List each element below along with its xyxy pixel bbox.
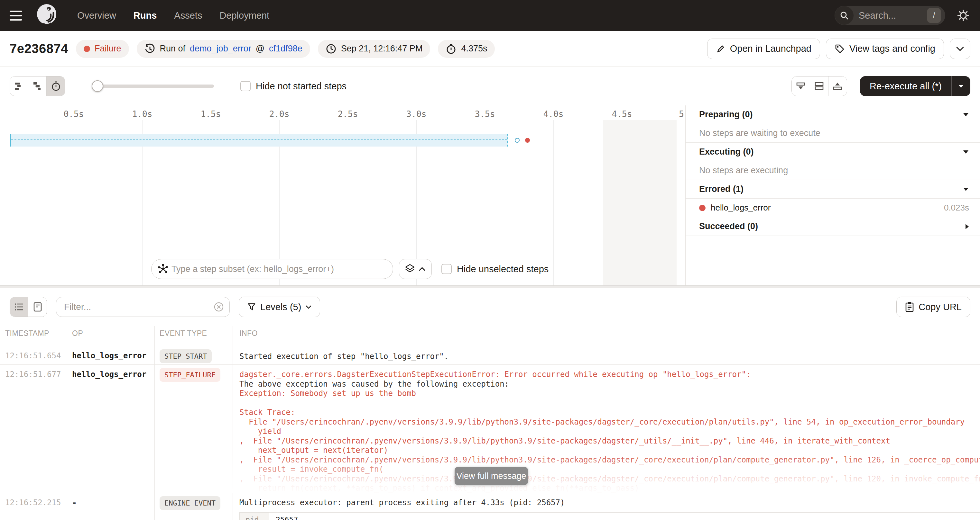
nav-link-deployment[interactable]: Deployment (220, 10, 269, 21)
search-shortcut-badge: / (927, 8, 941, 23)
zoom-slider[interactable] (92, 80, 214, 92)
nav-link-overview[interactable]: Overview (77, 10, 116, 21)
error-line: Stack Trace: (239, 408, 980, 417)
gantt-shaded-band (603, 120, 677, 285)
log-timestamp: 12:16:51.654 (0, 346, 67, 365)
step-subset-input[interactable] (151, 259, 393, 279)
chevron-down-icon (963, 187, 969, 191)
job-name-link[interactable]: demo_job_error (190, 44, 251, 54)
gantt-toolbar: Hide not started steps Re-execute all (*… (0, 67, 980, 105)
event-marker-circle[interactable] (515, 138, 520, 143)
table-view-button[interactable] (10, 297, 28, 317)
step-duration: 0.023s (944, 203, 969, 213)
log-row-engine-event[interactable]: 12:16:52.215 - ENGINE_EVENT Multiprocess… (0, 493, 980, 520)
gear-icon[interactable] (956, 8, 970, 22)
error-line: yield (239, 427, 980, 436)
hide-unselected-row: Hide unselected steps (441, 264, 549, 274)
reexecute-all-button[interactable]: Re-execute all (*) (860, 76, 970, 96)
section-divider[interactable] (0, 285, 980, 288)
raw-view-button[interactable] (28, 297, 47, 317)
search-input[interactable] (858, 10, 927, 21)
run-header: 7e236874 Failure Run of demo_job_error @… (0, 31, 980, 67)
nav-links: Overview Runs Assets Deployment (77, 10, 269, 21)
nav-link-runs[interactable]: Runs (134, 10, 157, 21)
levels-dropdown-button[interactable]: Levels (5) (239, 296, 320, 317)
duration-pill: 4.375s (438, 40, 495, 58)
log-op: - (67, 493, 154, 520)
error-line (239, 398, 980, 408)
view-full-message-button[interactable]: View full message (455, 467, 528, 485)
log-filter-input[interactable] (56, 297, 230, 317)
reexecute-dropdown-button[interactable] (951, 76, 970, 96)
errored-step-row[interactable]: hello_logs_error 0.023s (686, 199, 980, 217)
hide-unselected-checkbox[interactable] (441, 264, 452, 274)
chevron-down-icon (963, 113, 969, 117)
step-subset-row: Hide unselected steps (151, 259, 549, 279)
open-in-launchpad-button[interactable]: Open in Launchpad (707, 38, 820, 59)
panel-section-succeeded[interactable]: Succeeded (0) (686, 217, 980, 236)
copy-url-button[interactable]: Copy URL (896, 296, 970, 317)
tag-icon (835, 44, 845, 54)
error-line: result = invoke_compute_fn( (239, 465, 980, 474)
event-type-badge: ENGINE_EVENT (159, 496, 220, 510)
panel-section-errored[interactable]: Errored (1) (686, 180, 980, 199)
log-op: hello_logs_error (67, 346, 154, 365)
hamburger-menu-icon[interactable] (10, 11, 24, 21)
pencil-icon (716, 44, 725, 54)
event-type-badge: STEP_FAILURE (159, 368, 220, 382)
log-row-step-start[interactable]: 12:16:51.654 hello_logs_error STEP_START… (0, 346, 980, 365)
timer-view-button[interactable] (47, 76, 65, 96)
step-status-panel: Preparing (0) No steps are waiting to ex… (685, 105, 980, 285)
flat-view-button[interactable] (10, 76, 28, 96)
view-tags-config-button[interactable]: View tags and config (826, 38, 944, 59)
axis-tick: 1.5s (201, 109, 221, 119)
col-header-event-type: EVENT TYPE (154, 329, 232, 338)
hide-not-started-row: Hide not started steps (240, 81, 347, 92)
search-box[interactable]: / (835, 6, 945, 25)
header-more-dropdown-button[interactable] (950, 38, 970, 59)
zoom-slider-knob[interactable] (92, 80, 103, 92)
gantt-chart[interactable]: 0.5s 1.0s 1.5s 2.0s 2.5s 3.0s 3.5s 4.0s … (0, 105, 685, 285)
column-divider (154, 326, 155, 520)
error-line: Exception: Somebody set up us the bomb (239, 389, 980, 398)
run-of-pill: Run of demo_job_error @ cf1df98e (137, 40, 310, 58)
gantt-toolbar-right: Re-execute all (*) (791, 76, 970, 96)
error-line: File "/Users/erincochran/.pyenv/versions… (239, 417, 980, 427)
error-line: , File "/Users/erincochran/.pyenv/versio… (239, 436, 980, 446)
error-line: , File "/Users/erincochran/.pyenv/versio… (239, 455, 980, 465)
dagster-logo-icon[interactable] (35, 3, 59, 28)
graph-query-toggle-button[interactable] (399, 259, 432, 279)
expand-up-button[interactable] (829, 76, 847, 96)
status-dot-icon (84, 46, 90, 52)
column-divider (67, 326, 67, 520)
table-header-row: TIMESTAMP OP EVENT TYPE INFO (0, 326, 980, 341)
engine-event-message: Multiprocess executor: parent process ex… (239, 498, 980, 507)
status-badge: Failure (76, 40, 129, 58)
zoom-slider-track[interactable] (92, 84, 214, 88)
waterfall-view-button[interactable] (28, 76, 47, 96)
log-view-mode-group (10, 297, 47, 317)
axis-tick: 4.0s (543, 109, 564, 119)
axis-tick: 0.5s (64, 109, 84, 119)
hide-not-started-checkbox[interactable] (240, 81, 251, 91)
collapse-down-button[interactable] (792, 76, 810, 96)
clear-filter-icon[interactable] (214, 302, 224, 312)
search-icon (835, 6, 854, 25)
failure-marker-dot[interactable] (525, 138, 530, 143)
run-id: 7e236874 (10, 41, 68, 56)
metadata-value: 25657 (269, 513, 546, 520)
split-view-button[interactable] (810, 76, 829, 96)
axis-tick: 4.5s (612, 109, 632, 119)
gantt-section: 0.5s 1.0s 1.5s 2.0s 2.5s 3.0s 3.5s 4.0s … (0, 105, 980, 285)
panel-section-executing[interactable]: Executing (0) (686, 143, 980, 161)
stopwatch-icon (445, 43, 457, 54)
step-duration-bar[interactable] (10, 134, 508, 147)
commit-link[interactable]: cf1df98e (269, 44, 302, 54)
col-header-timestamp: TIMESTAMP (0, 329, 67, 338)
axis-tick: 3.5s (475, 109, 495, 119)
gridline (622, 120, 622, 285)
nav-link-assets[interactable]: Assets (174, 10, 202, 21)
axis-tick: 5 (679, 109, 684, 119)
op-selector-icon (158, 263, 169, 274)
panel-section-preparing[interactable]: Preparing (0) (686, 105, 980, 124)
